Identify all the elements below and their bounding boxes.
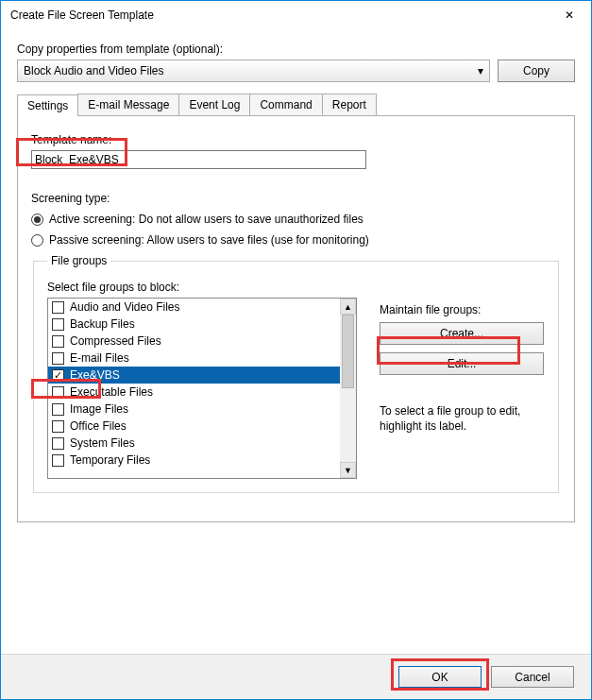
active-screening-radio[interactable]: Active screening: Do not allow users to … bbox=[31, 213, 561, 226]
radio-icon bbox=[31, 234, 43, 247]
tab-settings[interactable]: Settings bbox=[17, 94, 78, 116]
template-name-input[interactable] bbox=[31, 150, 366, 169]
active-screening-label: Active screening: Do not allow users to … bbox=[49, 213, 364, 226]
ok-button[interactable]: OK bbox=[398, 666, 482, 688]
list-item[interactable]: Image Files bbox=[48, 401, 340, 418]
tab-report[interactable]: Report bbox=[322, 94, 377, 115]
template-name-label: Template name: bbox=[31, 133, 561, 146]
template-dropdown[interactable]: Block Audio and Video Files ▾ bbox=[17, 60, 490, 82]
copy-from-label: Copy properties from template (optional)… bbox=[17, 43, 575, 56]
list-item-label: Office Files bbox=[70, 419, 127, 433]
file-groups-help: To select a file group to edit, highligh… bbox=[380, 403, 545, 434]
dropdown-value: Block Audio and Video Files bbox=[24, 64, 164, 77]
create-button[interactable]: Create... bbox=[380, 322, 544, 345]
close-button[interactable]: ✕ bbox=[548, 1, 591, 29]
checkbox-icon[interactable] bbox=[52, 318, 64, 331]
scroll-track[interactable] bbox=[340, 315, 356, 462]
titlebar: Create File Screen Template ✕ bbox=[1, 1, 591, 29]
list-item-label: Backup Files bbox=[70, 317, 135, 331]
select-file-groups-label: Select file groups to block: bbox=[47, 281, 545, 294]
checkbox-icon[interactable] bbox=[52, 437, 64, 450]
scroll-thumb[interactable] bbox=[342, 315, 354, 388]
tab-email[interactable]: E-mail Message bbox=[77, 94, 179, 115]
list-item-label: Executable Files bbox=[70, 385, 153, 399]
dialog-footer: OK Cancel bbox=[1, 654, 591, 699]
close-icon: ✕ bbox=[565, 9, 574, 22]
screening-type-label: Screening type: bbox=[31, 192, 561, 205]
list-item[interactable]: System Files bbox=[48, 435, 340, 452]
tab-strip: Settings E-mail Message Event Log Comman… bbox=[17, 94, 575, 116]
scroll-up-icon[interactable]: ▲ bbox=[340, 299, 356, 315]
checkbox-icon[interactable] bbox=[52, 403, 64, 416]
checkbox-icon[interactable] bbox=[52, 352, 64, 365]
checkbox-icon[interactable] bbox=[52, 386, 64, 399]
checkbox-icon[interactable] bbox=[52, 454, 64, 467]
edit-button[interactable]: Edit... bbox=[380, 352, 544, 375]
window-title: Create File Screen Template bbox=[10, 9, 154, 22]
checkbox-icon[interactable] bbox=[52, 335, 64, 348]
chevron-down-icon: ▾ bbox=[478, 64, 483, 77]
scroll-down-icon[interactable]: ▼ bbox=[340, 462, 356, 478]
passive-screening-label: Passive screening: Allow users to save f… bbox=[49, 233, 369, 247]
list-item[interactable]: E-mail Files bbox=[48, 350, 340, 367]
list-item-label: Audio and Video Files bbox=[70, 300, 180, 314]
checkbox-icon[interactable]: ✓ bbox=[52, 369, 64, 382]
dialog-content: Copy properties from template (optional)… bbox=[1, 29, 591, 522]
passive-screening-radio[interactable]: Passive screening: Allow users to save f… bbox=[31, 233, 561, 247]
list-item-label: Image Files bbox=[70, 402, 128, 416]
checkbox-icon[interactable] bbox=[52, 301, 64, 314]
checkbox-icon[interactable] bbox=[52, 420, 64, 433]
tab-eventlog[interactable]: Event Log bbox=[178, 94, 250, 115]
list-item[interactable]: Compressed Files bbox=[48, 333, 340, 350]
list-item[interactable]: Executable Files bbox=[48, 384, 340, 401]
file-groups-fieldset: File groups Select file groups to block:… bbox=[33, 254, 559, 493]
file-groups-legend: File groups bbox=[47, 254, 110, 267]
list-item-label: System Files bbox=[70, 436, 135, 450]
list-item-label: Exe&VBS bbox=[70, 368, 120, 382]
tab-panel-settings: Template name: Screening type: Active sc… bbox=[17, 116, 575, 522]
list-item-label: Compressed Files bbox=[70, 334, 161, 348]
list-item[interactable]: Temporary Files bbox=[48, 452, 340, 469]
list-item[interactable]: Office Files bbox=[48, 418, 340, 435]
list-item[interactable]: Backup Files bbox=[48, 316, 340, 333]
list-item-label: Temporary Files bbox=[70, 453, 150, 467]
radio-icon bbox=[31, 213, 43, 226]
list-item[interactable]: ✓Exe&VBS bbox=[48, 367, 340, 384]
cancel-button[interactable]: Cancel bbox=[491, 666, 574, 688]
copy-button[interactable]: Copy bbox=[498, 60, 575, 82]
scrollbar[interactable]: ▲ ▼ bbox=[340, 299, 356, 478]
list-item[interactable]: Audio and Video Files bbox=[48, 299, 340, 316]
maintain-label: Maintain file groups: bbox=[380, 303, 545, 316]
list-item-label: E-mail Files bbox=[70, 351, 129, 365]
tab-command[interactable]: Command bbox=[249, 94, 322, 115]
file-groups-listbox[interactable]: Audio and Video FilesBackup FilesCompres… bbox=[47, 298, 357, 479]
